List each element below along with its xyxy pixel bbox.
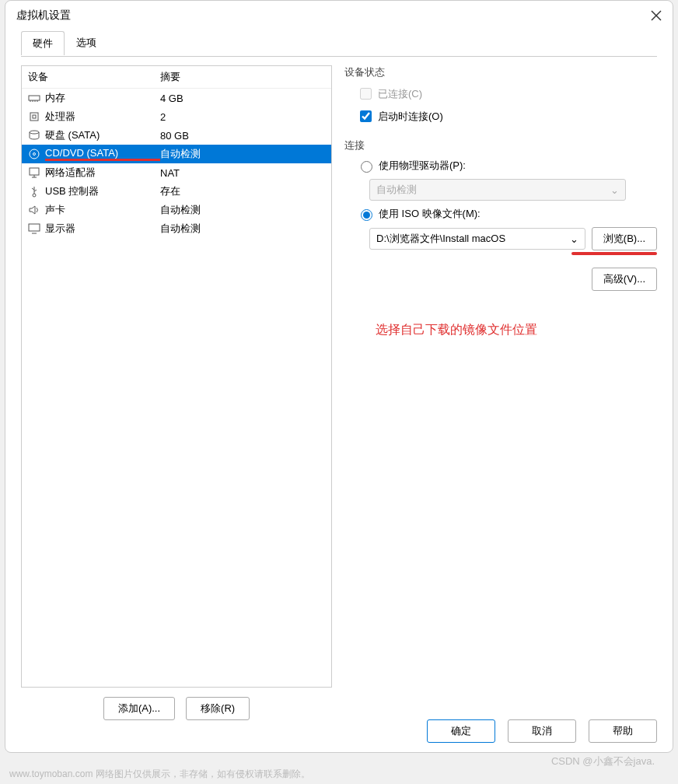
connected-checkbox-row: 已连接(C) xyxy=(357,86,657,102)
advanced-row: 高级(V)... xyxy=(357,268,657,291)
device-row-cd[interactable]: CD/DVD (SATA) 自动检测 xyxy=(22,145,331,163)
connect-on-start-label: 启动时连接(O) xyxy=(378,110,443,124)
device-summary: NAT xyxy=(160,167,325,179)
help-button[interactable]: 帮助 xyxy=(589,719,657,743)
tab-hardware[interactable]: 硬件 xyxy=(21,31,65,55)
device-name: 内存 xyxy=(45,91,160,105)
device-name: 硬盘 (SATA) xyxy=(45,128,160,142)
device-row-display[interactable]: 显示器 自动检测 xyxy=(22,219,331,238)
physical-radio-row[interactable]: 使用物理驱动器(P): xyxy=(357,159,657,173)
add-button[interactable]: 添加(A)... xyxy=(103,697,175,720)
chevron-down-icon: ⌄ xyxy=(570,233,578,245)
ok-button[interactable]: 确定 xyxy=(427,719,495,743)
cancel-button[interactable]: 取消 xyxy=(508,719,576,743)
sound-icon xyxy=(28,204,40,216)
remove-button[interactable]: 移除(R) xyxy=(186,697,250,720)
footer-watermark: www.toymoban.com 网络图片仅供展示，非存储，如有侵权请联系删除。 xyxy=(9,768,310,781)
device-name: 显示器 xyxy=(45,222,160,236)
svg-point-15 xyxy=(33,194,36,197)
window-title: 虚拟机设置 xyxy=(16,9,651,23)
advanced-button[interactable]: 高级(V)... xyxy=(592,268,657,291)
svg-rect-19 xyxy=(29,224,40,231)
device-summary: 存在 xyxy=(160,184,325,198)
connect-on-start-checkbox[interactable] xyxy=(360,110,372,122)
cpu-icon xyxy=(28,110,40,123)
device-summary: 4 GB xyxy=(160,93,325,104)
device-status-group: 设备状态 已连接(C) 启动时连接(O) xyxy=(344,65,657,124)
device-name: 处理器 xyxy=(45,110,160,124)
device-name: CD/DVD (SATA) xyxy=(45,147,160,161)
iso-label: 使用 ISO 映像文件(M): xyxy=(379,207,481,221)
titlebar: 虚拟机设置 xyxy=(5,1,673,30)
device-name: 声卡 xyxy=(45,203,160,217)
device-name: 网络适配器 xyxy=(45,166,160,180)
device-summary: 自动检测 xyxy=(160,147,325,161)
footer: 确定 取消 帮助 xyxy=(427,719,657,743)
usb-icon xyxy=(28,185,40,198)
device-list: 设备 摘要 内存 4 GB 处理器 2 硬盘 (SATA) 80 GB xyxy=(21,65,332,688)
display-icon xyxy=(28,222,40,235)
device-summary: 自动检测 xyxy=(160,203,325,217)
device-row-cpu[interactable]: 处理器 2 xyxy=(22,107,331,126)
svg-rect-2 xyxy=(29,96,40,100)
device-summary: 80 GB xyxy=(160,130,325,142)
iso-path-select[interactable]: D:\浏览器文件\Install macOS ⌄ xyxy=(369,228,585,250)
svg-rect-7 xyxy=(30,113,38,121)
content: 设备 摘要 内存 4 GB 处理器 2 硬盘 (SATA) 80 GB xyxy=(5,54,673,731)
browse-button[interactable]: 浏览(B)... xyxy=(592,227,657,250)
physical-label: 使用物理驱动器(P): xyxy=(379,159,466,173)
chevron-down-icon: ⌄ xyxy=(610,184,619,196)
memory-icon xyxy=(28,92,40,104)
iso-radio-row[interactable]: 使用 ISO 映像文件(M): xyxy=(357,207,657,221)
connection-group: 连接 使用物理驱动器(P): 自动检测 ⌄ 使用 ISO 映像文件(M): xyxy=(344,138,657,291)
device-summary: 自动检测 xyxy=(160,222,325,236)
iso-row: D:\浏览器文件\Install macOS ⌄ 浏览(B)... xyxy=(369,227,657,250)
header-device: 设备 xyxy=(28,70,160,84)
svg-point-10 xyxy=(30,149,39,159)
connect-on-start-row[interactable]: 启动时连接(O) xyxy=(357,108,657,124)
device-summary: 2 xyxy=(160,111,325,123)
svg-rect-12 xyxy=(30,168,39,175)
device-row-sound[interactable]: 声卡 自动检测 xyxy=(22,201,331,219)
device-row-network[interactable]: 网络适配器 NAT xyxy=(22,163,331,182)
device-status-title: 设备状态 xyxy=(344,65,657,79)
csdn-watermark: CSDN @小鑫不会java. xyxy=(551,754,655,768)
tab-border xyxy=(21,56,657,57)
network-icon xyxy=(28,166,40,179)
cd-icon xyxy=(28,148,40,160)
left-panel: 设备 摘要 内存 4 GB 处理器 2 硬盘 (SATA) 80 GB xyxy=(21,65,332,720)
device-row-disk[interactable]: 硬盘 (SATA) 80 GB xyxy=(22,126,331,145)
annotation-underline xyxy=(571,252,657,255)
close-icon[interactable] xyxy=(651,10,662,21)
physical-drive-value: 自动检测 xyxy=(376,183,417,197)
iso-path-value: D:\浏览器文件\Install macOS xyxy=(376,232,505,246)
annotation-note: 选择自己下载的镜像文件位置 xyxy=(376,322,657,338)
tab-options[interactable]: 选项 xyxy=(65,30,108,54)
svg-point-11 xyxy=(33,153,36,156)
physical-drive-select: 自动检测 ⌄ xyxy=(369,179,626,201)
device-name: USB 控制器 xyxy=(45,184,160,198)
svg-rect-8 xyxy=(33,115,36,118)
connected-checkbox xyxy=(360,88,372,100)
iso-radio[interactable] xyxy=(361,209,372,221)
header-summary: 摘要 xyxy=(160,70,180,84)
device-list-header: 设备 摘要 xyxy=(22,66,331,89)
right-panel: 设备状态 已连接(C) 启动时连接(O) 连接 xyxy=(344,65,657,720)
disk-icon xyxy=(28,129,40,142)
physical-radio[interactable] xyxy=(361,161,372,173)
device-row-memory[interactable]: 内存 4 GB xyxy=(22,89,331,107)
connection-title: 连接 xyxy=(344,138,657,152)
connected-label: 已连接(C) xyxy=(378,87,422,101)
left-buttons: 添加(A)... 移除(R) xyxy=(21,697,332,720)
device-row-usb[interactable]: USB 控制器 存在 xyxy=(22,182,331,201)
vm-settings-dialog: 虚拟机设置 硬件 选项 设备 摘要 内存 4 GB 处 xyxy=(5,0,673,753)
svg-point-9 xyxy=(30,131,39,134)
tabs: 硬件 选项 xyxy=(5,30,673,54)
